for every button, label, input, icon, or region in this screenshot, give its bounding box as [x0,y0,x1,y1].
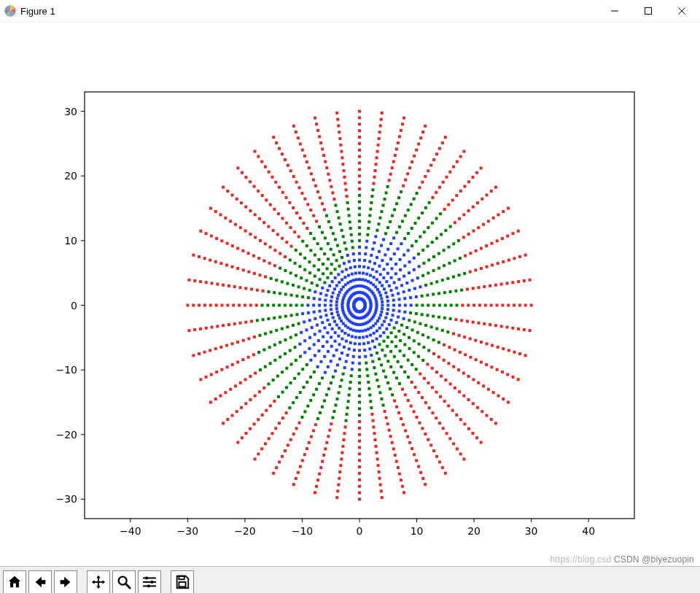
svg-rect-1343 [306,381,308,384]
svg-rect-124 [397,466,400,469]
svg-rect-866 [319,196,322,199]
svg-rect-74 [362,342,365,345]
svg-rect-529 [413,268,416,271]
svg-rect-806 [345,188,348,191]
svg-rect-1195 [264,332,267,335]
svg-rect-1208 [192,354,195,357]
svg-rect-264 [431,367,434,370]
svg-rect-1002 [338,291,341,294]
svg-rect-865 [321,202,324,205]
svg-rect-1467 [344,425,347,428]
svg-rect-1219 [300,331,303,334]
svg-rect-750 [375,163,378,166]
svg-rect-836 [331,191,334,194]
svg-rect-1243 [333,320,336,323]
svg-rect-938 [254,150,257,153]
zoom-button[interactable] [112,570,136,593]
svg-rect-811 [341,156,343,159]
home-button[interactable] [3,570,26,593]
svg-rect-1254 [279,355,281,358]
svg-rect-980 [303,257,306,260]
svg-rect-813 [339,144,342,147]
svg-rect-374 [392,309,395,311]
svg-rect-412 [438,304,441,307]
svg-rect-398 [529,329,532,332]
svg-rect-488 [524,254,527,257]
svg-rect-1249 [303,339,306,342]
svg-rect-1194 [270,330,273,333]
configure-button[interactable] [138,570,161,593]
svg-rect-643 [373,276,376,279]
scatter-plot[interactable]: −40−30−20−10010203040−30−20−100102030 [0,23,700,566]
svg-rect-590 [407,249,410,252]
svg-rect-1451 [356,323,359,326]
svg-rect-410 [427,304,429,307]
svg-rect-1466 [345,419,348,422]
svg-rect-887 [332,253,335,256]
svg-rect-345 [397,316,400,319]
svg-rect-1386 [278,460,281,463]
svg-rect-1095 [318,298,321,301]
svg-rect-81 [368,387,370,390]
svg-rect-207 [424,401,427,404]
svg-rect-208 [428,406,431,409]
svg-rect-902 [289,169,292,172]
svg-rect-625 [417,217,420,220]
svg-rect-1457 [351,362,354,365]
svg-rect-738 [365,240,368,243]
svg-rect-353 [441,329,444,332]
svg-rect-634 [448,171,451,174]
svg-rect-1379 [298,422,301,425]
svg-rect-604 [463,185,466,188]
svg-rect-871 [308,166,311,169]
minimize-button[interactable] [598,0,631,22]
svg-rect-537 [452,242,455,245]
svg-rect-165 [378,343,381,346]
svg-rect-244 [463,422,466,425]
svg-rect-745 [370,195,373,198]
svg-rect-1273 [335,323,338,326]
svg-rect-1252 [289,349,292,352]
svg-rect-1276 [322,336,324,338]
svg-rect-232 [415,368,418,371]
svg-rect-1291 [254,395,257,398]
svg-rect-1213 [332,316,335,319]
save-button[interactable] [171,570,194,593]
svg-rect-1353 [271,432,273,435]
svg-rect-1347 [292,401,295,404]
close-button[interactable] [665,0,699,22]
svg-rect-64 [358,472,361,475]
svg-rect-864 [323,208,326,211]
svg-rect-1461 [349,387,351,390]
svg-rect-85 [370,413,373,416]
svg-rect-1075 [264,276,267,279]
svg-rect-1428 [343,366,346,369]
svg-rect-1197 [253,336,256,338]
svg-rect-346 [402,317,405,320]
svg-rect-175 [407,399,410,402]
svg-rect-411 [432,304,435,307]
svg-rect-1462 [348,394,351,397]
svg-rect-97 [380,489,383,492]
svg-rect-565 [435,237,438,240]
svg-rect-395 [511,327,514,330]
svg-rect-211 [438,422,441,425]
svg-rect-1217 [311,326,314,329]
svg-rect-848 [314,117,316,120]
svg-rect-385 [454,318,457,321]
svg-rect-1039 [300,276,303,279]
pan-button[interactable] [87,570,110,593]
svg-rect-1320 [269,404,272,407]
forward-button[interactable] [54,570,77,593]
svg-rect-986 [276,233,279,236]
maximize-button[interactable] [631,0,665,22]
back-button[interactable] [28,570,52,593]
svg-rect-332 [485,363,488,366]
svg-rect-54 [358,407,361,410]
svg-rect-1365 [338,343,341,346]
svg-rect-1048 [252,255,255,257]
svg-rect-361 [485,342,488,345]
svg-rect-272 [467,398,470,401]
svg-rect-548 [507,207,510,210]
svg-rect-1340 [316,365,319,368]
